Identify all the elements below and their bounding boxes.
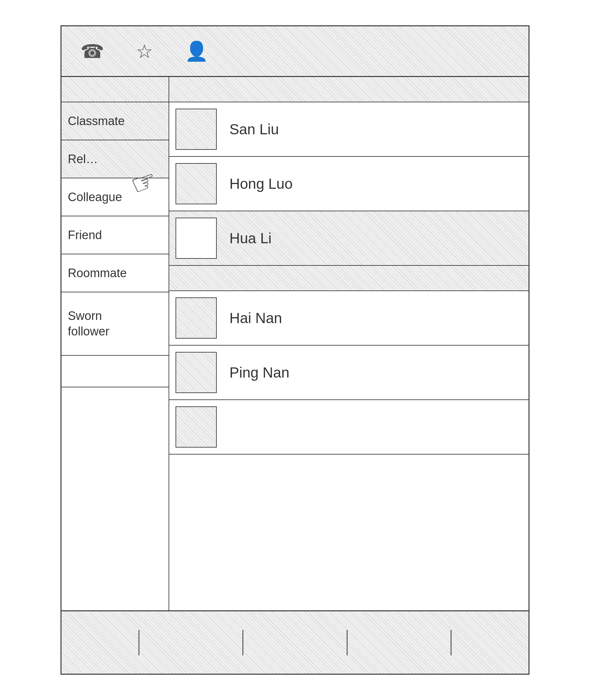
contact-row-hua-li[interactable]: Hua Li <box>169 211 528 266</box>
avatar-last <box>176 406 217 448</box>
sidebar-item-classmate[interactable]: Classmate <box>62 102 169 140</box>
contact-name-san-liu: San Liu <box>223 121 528 138</box>
contact-name-hua-li: Hua Li <box>223 230 528 247</box>
avatar-san-liu <box>176 109 217 150</box>
star-icon-wrap[interactable]: ☆ <box>136 40 153 63</box>
sidebar-item-sworn-follower[interactable]: Swornfollower <box>62 293 169 356</box>
contact-row-hong-luo[interactable]: Hong Luo <box>169 157 528 211</box>
contact-row-hai-nan[interactable]: Hai Nan <box>169 291 528 346</box>
sidebar: Classmate Rel… Colleague Friend Roommate… <box>62 77 169 610</box>
contact-name-hong-luo: Hong Luo <box>223 175 528 192</box>
top-bar: ☎ ☆ 👤 <box>62 26 528 77</box>
sidebar-top-hatch <box>62 77 169 102</box>
sidebar-label-friend: Friend <box>68 228 102 242</box>
search-bar[interactable] <box>169 77 528 102</box>
bottom-bar <box>62 610 528 674</box>
star-icon: ☆ <box>136 40 153 63</box>
main-content: ☞ Classmate Rel… Colleague Friend <box>62 77 528 610</box>
sidebar-label-sworn-follower: Swornfollower <box>68 308 109 340</box>
contact-row-san-liu[interactable]: San Liu <box>169 102 528 157</box>
person-icon-wrap[interactable]: 👤 <box>185 40 208 63</box>
person-icon: 👤 <box>185 40 208 63</box>
sidebar-label-relative: Rel… <box>68 152 98 166</box>
sidebar-item-friend[interactable]: Friend <box>62 216 169 254</box>
contact-row-last <box>169 400 528 455</box>
right-panel: San Liu Hong Luo Hua Li Hai Nan <box>169 77 528 610</box>
avatar-hong-luo <box>176 163 217 204</box>
contact-row-friend-empty <box>169 266 528 291</box>
phone-icon-wrap[interactable]: ☎ <box>81 40 104 63</box>
phone-frame: ☎ ☆ 👤 ☞ Classmate Rel… Colleague <box>61 25 529 675</box>
avatar-hai-nan <box>176 298 217 339</box>
bottom-tick-1 <box>138 630 139 655</box>
sidebar-label-roommate: Roommate <box>68 266 127 280</box>
contact-name-hai-nan: Hai Nan <box>223 310 528 327</box>
bottom-tick-3 <box>347 630 348 655</box>
contact-name-ping-nan: Ping Nan <box>223 364 528 381</box>
sidebar-item-roommate[interactable]: Roommate <box>62 254 169 293</box>
avatar-ping-nan <box>176 352 217 393</box>
sidebar-label-classmate: Classmate <box>68 114 125 128</box>
bottom-tick-4 <box>451 630 452 655</box>
sidebar-label-colleague: Colleague <box>68 190 122 204</box>
sidebar-item-extra <box>62 356 169 387</box>
avatar-hua-li <box>176 218 217 259</box>
bottom-tick-2 <box>242 630 243 655</box>
contact-row-ping-nan[interactable]: Ping Nan <box>169 346 528 400</box>
phone-icon: ☎ <box>81 40 104 63</box>
